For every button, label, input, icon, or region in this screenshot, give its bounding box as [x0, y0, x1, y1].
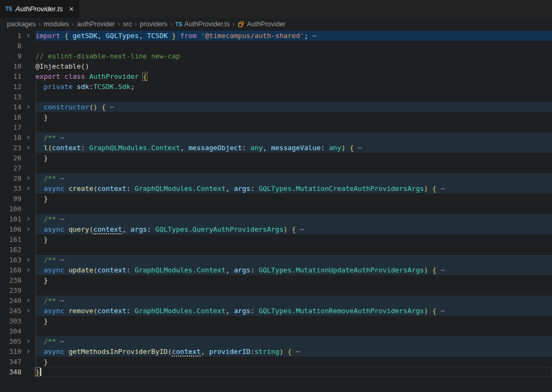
fold-gutter-spacer: [21, 92, 35, 102]
code-line-content[interactable]: }: [35, 357, 552, 367]
code-line-content[interactable]: [35, 326, 552, 336]
fold-chevron-icon[interactable]: ›: [21, 306, 35, 316]
line-number[interactable]: 239: [0, 285, 21, 295]
code-line-content[interactable]: [35, 285, 552, 295]
code-line-content[interactable]: [35, 163, 552, 173]
fold-chevron-icon[interactable]: ›: [21, 224, 35, 234]
fold-chevron-icon[interactable]: ›: [21, 102, 35, 112]
code-editor[interactable]: 1›import { getSDK, GQLTypes, TCSDK } fro…: [0, 31, 552, 392]
code-line-content[interactable]: import { getSDK, GQLTypes, TCSDK } from …: [35, 31, 552, 41]
line-number[interactable]: 99: [0, 194, 21, 204]
line-number[interactable]: 16: [0, 112, 21, 122]
fold-chevron-icon[interactable]: ›: [21, 255, 35, 265]
line-number[interactable]: 100: [0, 204, 21, 214]
line-number[interactable]: 240: [0, 295, 21, 306]
line-number[interactable]: 18: [0, 132, 21, 143]
code-token: :: [321, 144, 329, 152]
code-line-content[interactable]: async create(context: GraphQLModules.Con…: [35, 183, 552, 194]
line-number[interactable]: 161: [0, 234, 21, 245]
fold-chevron-icon[interactable]: ›: [21, 31, 35, 41]
code-line: 239: [0, 285, 552, 295]
line-number[interactable]: 106: [0, 224, 21, 234]
code-line-content[interactable]: /** ⋯: [35, 173, 552, 183]
code-line-content[interactable]: async remove(context: GraphQLModules.Con…: [35, 306, 552, 316]
fold-chevron-icon[interactable]: ›: [21, 265, 35, 275]
line-number[interactable]: 8: [0, 41, 21, 51]
code-line-content[interactable]: }: [35, 234, 552, 245]
code-line-content[interactable]: /** ⋯: [35, 336, 552, 346]
code-line: 240›/** ⋯: [0, 295, 552, 306]
code-line-content[interactable]: constructor() { ⋯: [35, 102, 552, 112]
code-line-content[interactable]: }: [35, 316, 552, 326]
line-number[interactable]: 1: [0, 31, 21, 41]
line-number[interactable]: 238: [0, 275, 21, 285]
line-number[interactable]: 28: [0, 173, 21, 183]
tab-authprovider[interactable]: TS AuthProvider.ts ✕: [0, 0, 79, 18]
line-number[interactable]: 12: [0, 82, 21, 92]
line-number[interactable]: 101: [0, 214, 21, 224]
breadcrumb-item-symbol[interactable]: AuthProvider: [238, 20, 285, 28]
breadcrumb-item-providers[interactable]: providers: [140, 20, 167, 28]
code-line-content[interactable]: async getMethodsInProviderByID(context, …: [35, 346, 552, 357]
line-number[interactable]: 347: [0, 357, 21, 367]
code-line-content[interactable]: // eslint-disable-next-line new-cap: [35, 51, 552, 61]
fold-chevron-icon[interactable]: ›: [21, 346, 35, 357]
line-number[interactable]: 310: [0, 346, 21, 357]
line-number[interactable]: 11: [0, 71, 21, 82]
line-number[interactable]: 26: [0, 153, 21, 163]
code-line-content[interactable]: [35, 204, 552, 214]
code-line-content[interactable]: l(context: GraphQLModules.Context, messa…: [35, 143, 552, 153]
code-line-content[interactable]: @Injectable(): [35, 61, 552, 71]
line-number[interactable]: 305: [0, 336, 21, 346]
code-line: 101›/** ⋯: [0, 214, 552, 224]
fold-chevron-icon[interactable]: ›: [21, 295, 35, 306]
line-number[interactable]: 23: [0, 143, 21, 153]
code-line-content[interactable]: async query(context, args: GQLTypes.Quer…: [35, 224, 552, 234]
fold-gutter-spacer: [21, 71, 35, 82]
fold-chevron-icon[interactable]: ›: [21, 183, 35, 194]
line-number[interactable]: 303: [0, 316, 21, 326]
line-number[interactable]: 168: [0, 265, 21, 275]
line-number[interactable]: 163: [0, 255, 21, 265]
code-line-content[interactable]: /** ⋯: [35, 214, 552, 224]
line-number[interactable]: 13: [0, 92, 21, 102]
line-number[interactable]: 348: [0, 367, 21, 377]
breadcrumb-item-authprovider[interactable]: authProvider: [77, 20, 115, 28]
fold-chevron-icon[interactable]: ›: [21, 143, 35, 153]
fold-chevron-icon[interactable]: ›: [21, 336, 35, 346]
code-line-content[interactable]: }: [35, 194, 552, 204]
breadcrumb-item-packages[interactable]: packages: [7, 20, 36, 28]
code-line-content[interactable]: [35, 122, 552, 132]
code-line-content[interactable]: }: [35, 112, 552, 122]
code-line-content[interactable]: }: [35, 153, 552, 163]
breadcrumb-item-file[interactable]: TS AuthProvider.ts: [175, 20, 230, 28]
line-number[interactable]: 162: [0, 245, 21, 255]
code-token: (: [93, 184, 98, 193]
code-line-content[interactable]: /** ⋯: [35, 255, 552, 265]
code-line-content[interactable]: /** ⋯: [35, 295, 552, 306]
code-line-content[interactable]: export class AuthProvider {: [35, 71, 552, 82]
line-number[interactable]: 33: [0, 183, 21, 194]
breadcrumb-item-src[interactable]: src: [123, 20, 132, 28]
code-line-content[interactable]: /** ⋯: [35, 132, 552, 143]
code-line-content[interactable]: private sdk:TCSDK.Sdk;: [35, 82, 552, 92]
fold-gutter-spacer: [21, 194, 35, 204]
code-line-content[interactable]: [35, 92, 552, 102]
code-line-content[interactable]: [35, 41, 552, 51]
line-number[interactable]: 10: [0, 61, 21, 71]
line-number[interactable]: 27: [0, 163, 21, 173]
line-number[interactable]: 304: [0, 326, 21, 336]
fold-chevron-icon[interactable]: ›: [21, 132, 35, 143]
code-line-content[interactable]: async update(context: GraphQLModules.Con…: [35, 265, 552, 275]
line-number[interactable]: 17: [0, 122, 21, 132]
close-tab-icon[interactable]: ✕: [69, 5, 74, 13]
line-number[interactable]: 9: [0, 51, 21, 61]
code-line-content[interactable]: }: [35, 275, 552, 285]
fold-chevron-icon[interactable]: ›: [21, 173, 35, 183]
code-line-content[interactable]: [35, 245, 552, 255]
line-number[interactable]: 245: [0, 306, 21, 316]
code-line-content[interactable]: }: [35, 367, 552, 377]
line-number[interactable]: 14: [0, 102, 21, 112]
breadcrumb-item-modules[interactable]: modules: [43, 20, 69, 28]
fold-chevron-icon[interactable]: ›: [21, 214, 35, 224]
